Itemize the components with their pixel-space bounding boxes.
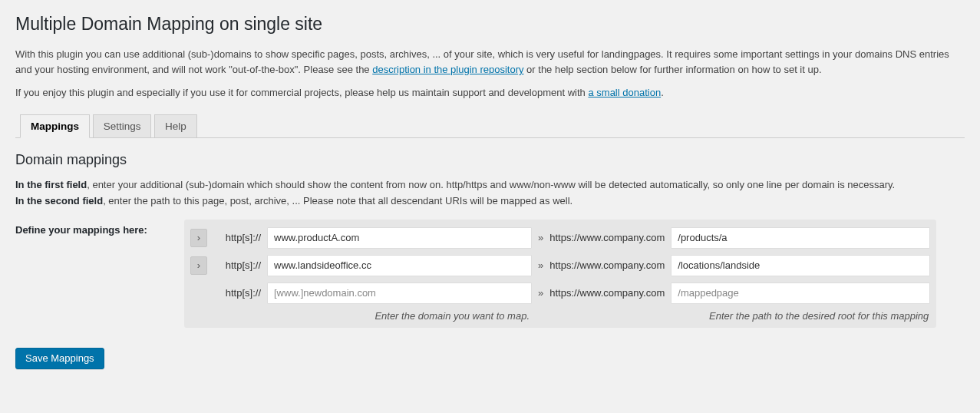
tab-help[interactable]: Help — [154, 114, 197, 138]
instructions: In the first field, enter your additiona… — [15, 177, 965, 208]
arrow-icon: » — [538, 287, 543, 299]
path-hint: Enter the path to the desired root for t… — [530, 310, 932, 322]
mappings-panel: › http[s]:// » https://www.company.com ›… — [184, 220, 936, 328]
page-title: Multiple Domain Mapping on single site — [15, 14, 965, 35]
second-field-text: , enter the path to this page, post, arc… — [103, 195, 572, 206]
intro-paragraph-2: If you enjoy this plugin and especially … — [15, 85, 965, 101]
hints-row: Enter the domain you want to map. Enter … — [189, 310, 932, 322]
base-url-label: https://www.company.com — [549, 259, 665, 271]
intro-text-1b: or the help section below for further in… — [524, 64, 822, 75]
scheme-label: http[s]:// — [213, 287, 261, 299]
tab-settings[interactable]: Settings — [93, 114, 152, 138]
domain-input-new[interactable] — [267, 282, 532, 304]
path-input-new[interactable] — [671, 282, 930, 304]
base-url-label: https://www.company.com — [549, 232, 665, 243]
arrow-icon: » — [538, 232, 543, 243]
path-input[interactable] — [671, 255, 930, 276]
mapping-row: › http[s]:// » https://www.company.com — [189, 252, 932, 279]
domain-input[interactable] — [267, 255, 532, 276]
mapping-row: › http[s]:// » https://www.company.com — [189, 224, 932, 252]
second-field-label: In the second field — [15, 195, 103, 206]
domain-input[interactable] — [267, 227, 532, 249]
mapping-row-new: http[s]:// » https://www.company.com — [189, 279, 932, 307]
repo-description-link[interactable]: description in the plugin repository — [372, 64, 523, 75]
expand-toggle[interactable]: › — [190, 229, 207, 247]
save-mappings-button[interactable]: Save Mappings — [15, 348, 104, 369]
define-mappings-label: Define your mappings here: — [15, 216, 169, 236]
intro-text-2a: If you enjoy this plugin and especially … — [15, 87, 588, 98]
domain-hint: Enter the domain you want to map. — [189, 310, 530, 322]
first-field-label: In the first field — [15, 179, 87, 190]
donation-link[interactable]: a small donation — [588, 87, 661, 98]
tab-mappings[interactable]: Mappings — [20, 114, 90, 138]
arrow-icon: » — [538, 259, 543, 271]
scheme-label: http[s]:// — [213, 259, 261, 271]
intro-paragraph-1: With this plugin you can use additional … — [15, 47, 965, 78]
expand-placeholder — [190, 284, 207, 302]
expand-toggle[interactable]: › — [190, 256, 207, 275]
base-url-label: https://www.company.com — [549, 287, 665, 299]
tab-bar: Mappings Settings Help — [15, 114, 965, 138]
intro-text-2b: . — [661, 87, 664, 98]
path-input[interactable] — [671, 227, 930, 249]
section-heading: Domain mappings — [15, 152, 965, 168]
scheme-label: http[s]:// — [213, 232, 261, 243]
first-field-text: , enter your additional (sub-)domain whi… — [87, 179, 895, 190]
